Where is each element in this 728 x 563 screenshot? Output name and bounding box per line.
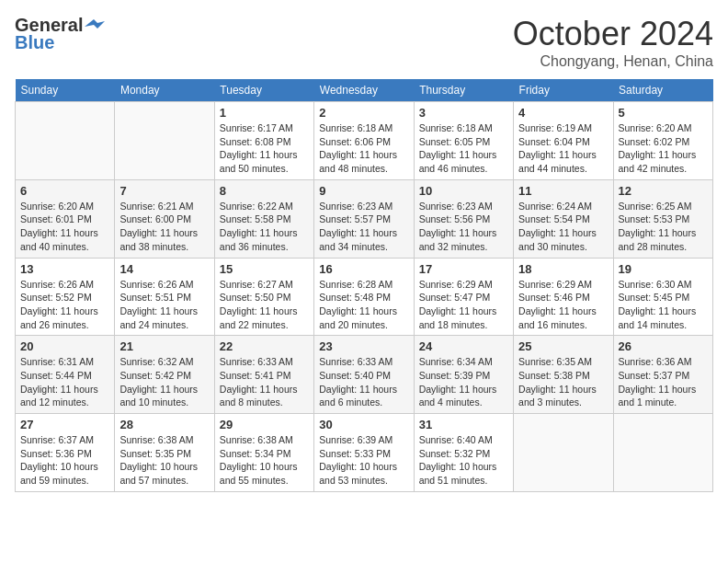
day-number: 24 [419, 339, 508, 353]
day-info: Sunrise: 6:21 AMSunset: 6:00 PMDaylight:… [119, 200, 209, 254]
day-number: 13 [20, 262, 109, 276]
day-info: Sunrise: 6:27 AMSunset: 5:50 PMDaylight:… [220, 278, 309, 332]
day-info: Sunrise: 6:26 AMSunset: 5:52 PMDaylight:… [20, 278, 109, 332]
day-info: Sunrise: 6:18 AMSunset: 6:06 PMDaylight:… [319, 121, 408, 176]
day-number: 26 [619, 339, 708, 353]
day-info: Sunrise: 6:23 AMSunset: 5:57 PMDaylight:… [319, 200, 408, 254]
calendar-table: SundayMondayTuesdayWednesdayThursdayFrid… [15, 79, 713, 492]
day-info: Sunrise: 6:31 AMSunset: 5:44 PMDaylight:… [20, 355, 109, 409]
day-number: 5 [619, 106, 708, 120]
calendar-day-cell: 21Sunrise: 6:32 AMSunset: 5:42 PMDayligh… [115, 336, 214, 414]
logo: General Blue [15, 15, 105, 53]
calendar-day-cell: 29Sunrise: 6:38 AMSunset: 5:34 PMDayligh… [214, 414, 313, 492]
calendar-day-cell [514, 414, 613, 492]
day-number: 8 [220, 184, 309, 198]
day-number: 17 [419, 262, 508, 276]
weekday-header-monday: Monday [115, 79, 214, 102]
calendar-week-row: 27Sunrise: 6:37 AMSunset: 5:36 PMDayligh… [16, 414, 713, 492]
day-number: 29 [220, 418, 309, 431]
day-info: Sunrise: 6:20 AMSunset: 6:01 PMDaylight:… [20, 200, 109, 254]
calendar-day-cell: 13Sunrise: 6:26 AMSunset: 5:52 PMDayligh… [16, 258, 115, 336]
day-number: 12 [619, 184, 708, 198]
day-number: 14 [119, 262, 209, 276]
day-number: 31 [419, 418, 508, 431]
calendar-day-cell: 23Sunrise: 6:33 AMSunset: 5:40 PMDayligh… [314, 336, 414, 414]
day-info: Sunrise: 6:23 AMSunset: 5:56 PMDaylight:… [419, 200, 508, 254]
calendar-day-cell: 14Sunrise: 6:26 AMSunset: 5:51 PMDayligh… [115, 258, 214, 336]
svg-marker-0 [85, 19, 105, 29]
calendar-day-cell: 27Sunrise: 6:37 AMSunset: 5:36 PMDayligh… [16, 414, 115, 492]
calendar-day-cell: 3Sunrise: 6:18 AMSunset: 6:05 PMDaylight… [414, 102, 513, 180]
weekday-header-wednesday: Wednesday [314, 79, 414, 102]
calendar-day-cell: 18Sunrise: 6:29 AMSunset: 5:46 PMDayligh… [514, 258, 613, 336]
weekday-header-tuesday: Tuesday [214, 79, 313, 102]
day-info: Sunrise: 6:37 AMSunset: 5:36 PMDaylight:… [20, 433, 109, 488]
weekday-header-saturday: Saturday [613, 79, 712, 102]
calendar-day-cell: 28Sunrise: 6:38 AMSunset: 5:35 PMDayligh… [115, 414, 214, 492]
day-info: Sunrise: 6:25 AMSunset: 5:53 PMDaylight:… [619, 200, 708, 254]
calendar-day-cell: 1Sunrise: 6:17 AMSunset: 6:08 PMDaylight… [214, 102, 313, 180]
day-number: 20 [20, 339, 109, 353]
day-number: 25 [518, 339, 608, 353]
day-number: 19 [619, 262, 708, 276]
day-info: Sunrise: 6:33 AMSunset: 5:40 PMDaylight:… [319, 355, 408, 409]
day-number: 10 [419, 184, 508, 198]
day-number: 6 [20, 184, 109, 198]
calendar-day-cell: 16Sunrise: 6:28 AMSunset: 5:48 PMDayligh… [314, 258, 414, 336]
weekday-header-thursday: Thursday [414, 79, 513, 102]
day-info: Sunrise: 6:19 AMSunset: 6:04 PMDaylight:… [518, 121, 608, 176]
calendar-day-cell: 12Sunrise: 6:25 AMSunset: 5:53 PMDayligh… [613, 179, 712, 258]
calendar-day-cell: 11Sunrise: 6:24 AMSunset: 5:54 PMDayligh… [514, 179, 613, 258]
day-number: 22 [220, 339, 309, 353]
day-info: Sunrise: 6:22 AMSunset: 5:58 PMDaylight:… [220, 200, 309, 254]
calendar-week-row: 13Sunrise: 6:26 AMSunset: 5:52 PMDayligh… [16, 258, 713, 336]
day-number: 28 [119, 418, 209, 431]
calendar-day-cell [16, 102, 115, 180]
calendar-week-row: 20Sunrise: 6:31 AMSunset: 5:44 PMDayligh… [16, 336, 713, 414]
calendar-day-cell: 17Sunrise: 6:29 AMSunset: 5:47 PMDayligh… [414, 258, 513, 336]
location-title: Chongyang, Henan, China [513, 53, 713, 70]
day-info: Sunrise: 6:33 AMSunset: 5:41 PMDaylight:… [220, 355, 309, 409]
calendar-day-cell: 25Sunrise: 6:35 AMSunset: 5:38 PMDayligh… [514, 336, 613, 414]
day-number: 23 [319, 339, 408, 353]
calendar-day-cell: 24Sunrise: 6:34 AMSunset: 5:39 PMDayligh… [414, 336, 513, 414]
title-area: October 2024 Chongyang, Henan, China [513, 15, 713, 70]
logo-bird-icon [85, 19, 105, 34]
day-number: 7 [119, 184, 209, 198]
page-header: General Blue October 2024 Chongyang, Hen… [15, 15, 713, 70]
day-info: Sunrise: 6:17 AMSunset: 6:08 PMDaylight:… [220, 121, 309, 176]
day-info: Sunrise: 6:38 AMSunset: 5:34 PMDaylight:… [220, 433, 309, 488]
day-number: 4 [518, 106, 608, 120]
calendar-day-cell: 15Sunrise: 6:27 AMSunset: 5:50 PMDayligh… [214, 258, 313, 336]
calendar-day-cell: 6Sunrise: 6:20 AMSunset: 6:01 PMDaylight… [16, 179, 115, 258]
calendar-day-cell: 2Sunrise: 6:18 AMSunset: 6:06 PMDaylight… [314, 102, 414, 180]
day-number: 11 [518, 184, 608, 198]
day-info: Sunrise: 6:26 AMSunset: 5:51 PMDaylight:… [119, 278, 209, 332]
day-info: Sunrise: 6:40 AMSunset: 5:32 PMDaylight:… [419, 433, 508, 488]
calendar-day-cell: 31Sunrise: 6:40 AMSunset: 5:32 PMDayligh… [414, 414, 513, 492]
day-info: Sunrise: 6:35 AMSunset: 5:38 PMDaylight:… [518, 355, 608, 409]
day-number: 30 [319, 418, 408, 431]
day-number: 15 [220, 262, 309, 276]
weekday-header-friday: Friday [514, 79, 613, 102]
day-number: 9 [319, 184, 408, 198]
calendar-day-cell: 30Sunrise: 6:39 AMSunset: 5:33 PMDayligh… [314, 414, 414, 492]
calendar-day-cell: 20Sunrise: 6:31 AMSunset: 5:44 PMDayligh… [16, 336, 115, 414]
day-info: Sunrise: 6:28 AMSunset: 5:48 PMDaylight:… [319, 278, 408, 332]
calendar-day-cell: 9Sunrise: 6:23 AMSunset: 5:57 PMDaylight… [314, 179, 414, 258]
day-info: Sunrise: 6:18 AMSunset: 6:05 PMDaylight:… [419, 121, 508, 176]
day-info: Sunrise: 6:29 AMSunset: 5:46 PMDaylight:… [518, 278, 608, 332]
calendar-day-cell: 4Sunrise: 6:19 AMSunset: 6:04 PMDaylight… [514, 102, 613, 180]
day-number: 3 [419, 106, 508, 120]
day-number: 1 [220, 106, 309, 120]
calendar-day-cell: 26Sunrise: 6:36 AMSunset: 5:37 PMDayligh… [613, 336, 712, 414]
day-number: 27 [20, 418, 109, 431]
calendar-day-cell: 22Sunrise: 6:33 AMSunset: 5:41 PMDayligh… [214, 336, 313, 414]
calendar-day-cell: 19Sunrise: 6:30 AMSunset: 5:45 PMDayligh… [613, 258, 712, 336]
day-info: Sunrise: 6:34 AMSunset: 5:39 PMDaylight:… [419, 355, 508, 409]
calendar-day-cell: 10Sunrise: 6:23 AMSunset: 5:56 PMDayligh… [414, 179, 513, 258]
day-info: Sunrise: 6:32 AMSunset: 5:42 PMDaylight:… [119, 355, 209, 409]
day-number: 21 [119, 339, 209, 353]
calendar-day-cell: 5Sunrise: 6:20 AMSunset: 6:02 PMDaylight… [613, 102, 712, 180]
calendar-week-row: 6Sunrise: 6:20 AMSunset: 6:01 PMDaylight… [16, 179, 713, 258]
